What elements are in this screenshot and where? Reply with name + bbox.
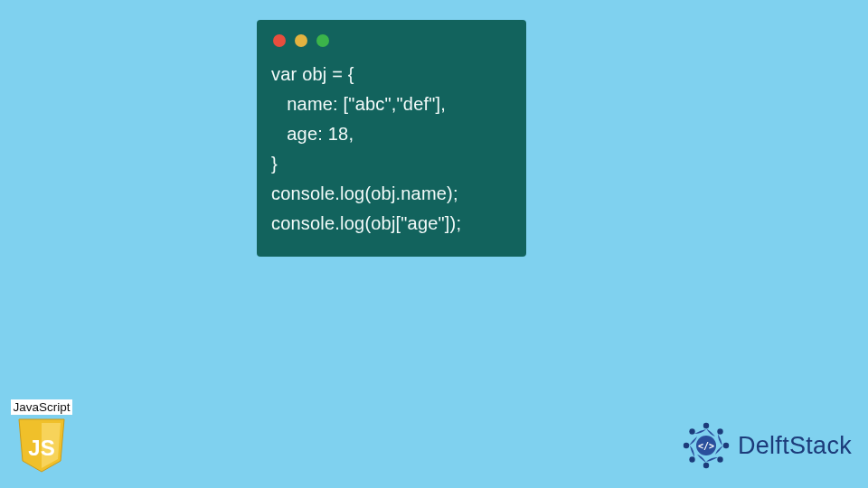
javascript-shield-icon: JS [16, 418, 67, 474]
window-controls [271, 34, 512, 47]
svg-point-5 [689, 456, 694, 462]
delftstack-logo-icon: </> [682, 421, 731, 470]
maximize-dot-icon [316, 34, 329, 47]
minimize-dot-icon [295, 34, 307, 47]
svg-point-1 [717, 428, 722, 434]
code-block: var obj = { name: ["abc","def"], age: 18… [271, 60, 512, 239]
svg-point-0 [703, 423, 709, 428]
close-dot-icon [273, 34, 286, 47]
svg-text:</>: </> [698, 441, 714, 451]
javascript-badge: JavaScript JS [9, 399, 74, 477]
js-shield-text: JS [28, 436, 54, 460]
brand: </> DelftStack [682, 421, 852, 470]
svg-point-7 [689, 428, 694, 434]
svg-point-4 [703, 463, 709, 468]
svg-point-6 [684, 443, 689, 448]
svg-point-2 [723, 443, 729, 448]
javascript-label: JavaScript [11, 399, 71, 415]
brand-name: DelftStack [738, 432, 852, 460]
code-window: var obj = { name: ["abc","def"], age: 18… [257, 20, 526, 257]
svg-point-3 [717, 456, 722, 462]
